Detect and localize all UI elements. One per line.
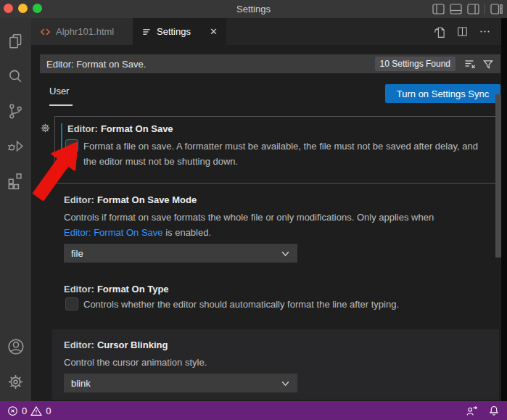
source-control-icon[interactable] [0, 94, 31, 128]
toggle-panel-icon[interactable] [450, 4, 462, 15]
turn-on-settings-sync-button[interactable]: Turn on Settings Sync [385, 84, 500, 103]
settings-search-input[interactable] [46, 59, 375, 70]
explorer-icon[interactable] [0, 24, 31, 59]
status-bar: 0 0 [0, 401, 507, 420]
tab-settings[interactable]: Settings ✕ [133, 18, 226, 45]
warning-count: 0 [46, 405, 51, 416]
setting-description: Controls whether the editor should autom… [83, 297, 475, 312]
settings-editor: 10 Settings Found User Turn on Settings … [31, 45, 501, 401]
manage-gear-icon[interactable] [0, 364, 31, 399]
format-on-type-checkbox[interactable] [65, 297, 78, 310]
cursor-blinking-dropdown[interactable]: blink [64, 374, 297, 392]
setting-description: Controls if format on save formats the w… [64, 210, 493, 240]
scrollbar-thumb[interactable] [495, 94, 501, 258]
problems-status-item[interactable]: 0 0 [7, 405, 51, 416]
tab-label: Settings [157, 26, 191, 37]
error-count: 0 [22, 405, 27, 416]
settings-search-box[interactable]: 10 Settings Found [40, 54, 500, 73]
customize-layout-icon[interactable] [490, 4, 503, 15]
dropdown-value: blink [71, 378, 91, 389]
setting-title: Editor:Format On Save [67, 123, 173, 134]
split-editor-icon[interactable] [456, 25, 469, 38]
vscode-window: Settings [0, 0, 507, 420]
activity-bar [0, 18, 31, 401]
setting-row-format-on-save[interactable]: Editor:Format On Save ✓ Format a file on… [54, 116, 498, 184]
feedback-icon[interactable] [465, 405, 478, 416]
editor-tab-bar: Alphr101.html Settings ✕ [31, 18, 501, 45]
format-on-save-checkbox[interactable]: ✓ [65, 139, 78, 152]
notifications-bell-icon[interactable] [488, 405, 500, 416]
tab-label: Alphr101.html [56, 26, 114, 37]
run-and-debug-icon[interactable] [0, 128, 31, 163]
checkmark-icon: ✓ [68, 141, 76, 152]
setting-gear-icon[interactable] [40, 123, 51, 133]
extensions-icon[interactable] [0, 163, 31, 198]
titlebar-separator [485, 4, 485, 15]
settings-count-badge: 10 Settings Found [375, 57, 456, 71]
toggle-secondary-sidebar-icon[interactable] [467, 4, 479, 15]
settings-editor-icon [141, 27, 152, 37]
chevron-down-icon [281, 249, 290, 258]
clear-settings-search-icon[interactable] [461, 58, 479, 70]
window-controls [4, 4, 42, 13]
warning-icon [30, 405, 42, 416]
more-actions-icon[interactable] [479, 25, 491, 38]
zoom-window-button[interactable] [33, 4, 42, 13]
open-settings-json-icon[interactable] [433, 25, 446, 38]
window-title: Settings [0, 4, 507, 15]
window-edge [501, 18, 507, 401]
title-bar: Settings [0, 0, 507, 18]
setting-title: Editor:Format On Type [64, 284, 169, 295]
modified-setting-indicator [61, 123, 62, 173]
filter-settings-icon[interactable] [479, 58, 497, 70]
format-on-save-mode-dropdown[interactable]: file [64, 244, 297, 263]
format-on-save-link[interactable]: Editor: Format On Save [64, 227, 163, 238]
tab-alphr101-html[interactable]: Alphr101.html [31, 18, 133, 45]
setting-title: Editor:Cursor Blinking [64, 339, 168, 350]
setting-description: Format a file on save. A formatter must … [83, 139, 491, 169]
chevron-down-icon [281, 379, 290, 388]
html-file-icon [40, 26, 51, 37]
error-icon [7, 405, 18, 416]
search-icon[interactable] [0, 59, 31, 94]
scope-tab-underline [49, 104, 73, 106]
minimize-window-button[interactable] [18, 4, 28, 13]
accounts-icon[interactable] [0, 329, 31, 364]
setting-title: Editor:Format On Save Mode [64, 194, 197, 205]
setting-row-cursor-blinking[interactable]: Editor:Cursor Blinking Control the curso… [52, 329, 499, 400]
setting-description: Control the cursor animation style. [64, 355, 207, 370]
dropdown-value: file [71, 248, 83, 259]
scope-tab-user[interactable]: User [49, 86, 69, 96]
toggle-primary-sidebar-icon[interactable] [432, 4, 445, 15]
close-window-button[interactable] [4, 4, 13, 13]
close-tab-icon[interactable]: ✕ [210, 26, 218, 37]
